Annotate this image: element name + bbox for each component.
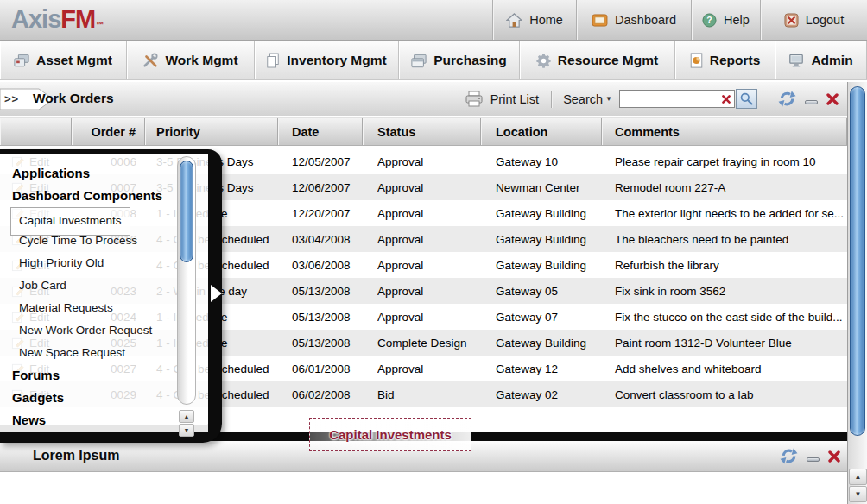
- tab-reports[interactable]: Reports: [675, 41, 775, 79]
- menu-section-dashboard-components[interactable]: Dashboard Components: [0, 185, 182, 207]
- utility-dashboard[interactable]: Dashboard: [576, 0, 691, 40]
- cell-comments: Add shelves and whiteboard: [602, 356, 847, 381]
- menu-section-forums[interactable]: Forums: [0, 364, 182, 387]
- scroll-up-icon[interactable]: ▲: [849, 469, 867, 485]
- cell-location: Gateway 10: [481, 148, 602, 174]
- clear-search-icon[interactable]: [718, 95, 734, 104]
- cell-date: 12/06/2007: [278, 174, 363, 200]
- cell-comments: Remodel room 227-A: [602, 174, 847, 200]
- cell-location: Newman Center: [481, 174, 602, 200]
- menu-item-new-space-request[interactable]: New Space Request: [0, 342, 182, 364]
- content-area: >> Work Orders Print List Search ▼: [0, 81, 867, 504]
- svg-text:?: ?: [706, 16, 712, 25]
- dashboard-icon: [592, 14, 608, 27]
- drag-ghost-capital-investments[interactable]: Capital Investments: [309, 418, 471, 451]
- minimize-icon[interactable]: [805, 100, 818, 104]
- menu-item-high-priority-old[interactable]: High Priority Old: [0, 252, 182, 274]
- menu-item-capital-investments[interactable]: Capital Investments: [0, 207, 182, 230]
- utility-home-label: Home: [529, 13, 563, 27]
- logo-axis: Axis: [11, 5, 60, 33]
- reports-icon: [690, 53, 703, 68]
- main-nav: Asset Mgmt Work Mgmt Inventory Mgmt Purc…: [0, 41, 867, 80]
- close-icon[interactable]: [828, 450, 840, 463]
- tab-resource-mgmt[interactable]: Resource Mgmt: [520, 41, 675, 79]
- search-go-button[interactable]: [736, 89, 757, 109]
- search-menu-label[interactable]: Search: [563, 92, 603, 106]
- utility-home[interactable]: Home: [492, 0, 576, 40]
- cell-comments: The bleachers need to be painted: [602, 226, 847, 252]
- menu-item-new-work-order-request[interactable]: New Work Order Request: [0, 319, 182, 342]
- cell-location: Gateway 07: [481, 304, 602, 330]
- purchasing-icon: [411, 54, 427, 68]
- menu-item-job-card[interactable]: Job Card: [0, 274, 182, 297]
- menu-item-label: New Space Request: [19, 346, 125, 359]
- cell-status: Bid: [363, 381, 481, 407]
- cell-comments: Please repair carpet fraying in room 10: [602, 148, 847, 174]
- column-status[interactable]: Status: [363, 118, 481, 145]
- print-list-label: Print List: [490, 92, 539, 106]
- scroll-down-icon[interactable]: ▼: [849, 486, 867, 502]
- refresh-icon[interactable]: [780, 447, 798, 465]
- tab-admin[interactable]: Admin: [775, 41, 867, 79]
- minimize-icon[interactable]: [807, 457, 820, 462]
- tab-label: Inventory Mgmt: [287, 53, 386, 68]
- logo-fm: FM: [60, 5, 95, 33]
- panel-collapse-handle-icon[interactable]: [211, 285, 222, 302]
- cell-status: Approval: [363, 356, 481, 381]
- page-scrollbar-thumb[interactable]: [850, 86, 865, 436]
- scroll-up-icon[interactable]: ▲: [179, 410, 194, 423]
- column-priority[interactable]: Priority: [145, 118, 278, 145]
- app-logo: AxisFM™: [11, 5, 103, 34]
- breadcrumb-arrows-icon: >>: [4, 92, 19, 105]
- cell-location: Gateway Building: [481, 200, 602, 226]
- utility-help[interactable]: ? Help: [691, 0, 760, 40]
- panel-scrollbar[interactable]: [177, 156, 196, 405]
- cell-status: Approval: [363, 252, 481, 278]
- scroll-down-icon[interactable]: ▼: [179, 424, 194, 437]
- column-order[interactable]: Order #: [72, 118, 145, 145]
- tab-work-mgmt[interactable]: Work Mgmt: [127, 41, 255, 79]
- cell-date: 12/20/2007: [278, 200, 363, 226]
- cell-comments: Paint room 1312-D Volunteer Blue: [602, 330, 847, 356]
- cell-date: 03/04/2008: [278, 226, 363, 252]
- cell-comments: Fix sink in room 3562: [602, 278, 847, 304]
- menu-item-label: New Work Order Request: [19, 324, 152, 337]
- component-menu-list: ApplicationsDashboard ComponentsCapital …: [0, 162, 182, 432]
- cell-comments: Fix the stucco on the east side of the b…: [602, 304, 847, 330]
- cell-status: Approval: [363, 278, 481, 304]
- menu-item-material-requests[interactable]: Material Requests: [0, 297, 182, 319]
- tab-asset-mgmt[interactable]: Asset Mgmt: [0, 41, 127, 79]
- admin-icon: [788, 54, 804, 68]
- refresh-icon[interactable]: [778, 90, 796, 108]
- cell-status: Approval: [363, 226, 481, 252]
- menu-section-gadgets[interactable]: Gadgets: [0, 387, 182, 409]
- menu-item-label: Job Card: [19, 279, 66, 292]
- search-input[interactable]: [620, 92, 718, 105]
- panel-scrollbar-thumb[interactable]: [180, 161, 193, 262]
- close-icon[interactable]: [826, 93, 839, 105]
- tab-purchasing[interactable]: Purchasing: [399, 41, 520, 79]
- menu-item-cycle-time-to-process[interactable]: Cycle Time To Process: [0, 230, 182, 252]
- cell-comments: Refurbish the library: [602, 252, 847, 278]
- cell-location: Gateway 02: [481, 381, 602, 407]
- printer-icon: [465, 91, 484, 108]
- menu-section-applications[interactable]: Applications: [0, 162, 182, 185]
- column-comments[interactable]: Comments: [602, 118, 847, 145]
- resource-mgmt-icon: [536, 54, 551, 68]
- chevron-down-icon[interactable]: ▼: [605, 95, 612, 103]
- tab-label: Admin: [811, 53, 852, 68]
- portlet-title: Work Orders: [33, 91, 114, 106]
- print-list-button[interactable]: Print List: [465, 91, 539, 108]
- tab-inventory-mgmt[interactable]: Inventory Mgmt: [255, 41, 399, 79]
- cell-location: Gateway Building: [481, 252, 602, 278]
- cell-location: Gateway Building: [481, 330, 602, 356]
- utility-logout[interactable]: Logout: [760, 0, 867, 40]
- column-location[interactable]: Location: [481, 118, 602, 145]
- column-date[interactable]: Date: [278, 118, 363, 145]
- asset-mgmt-icon: [14, 54, 29, 68]
- menu-item-label: Cycle Time To Process: [19, 234, 137, 247]
- cell-date: 06/01/2008: [278, 356, 363, 381]
- search-box: [619, 90, 735, 108]
- page-scrollbar[interactable]: ▲ ▼: [847, 82, 867, 504]
- cell-status: Complete Design: [363, 330, 481, 356]
